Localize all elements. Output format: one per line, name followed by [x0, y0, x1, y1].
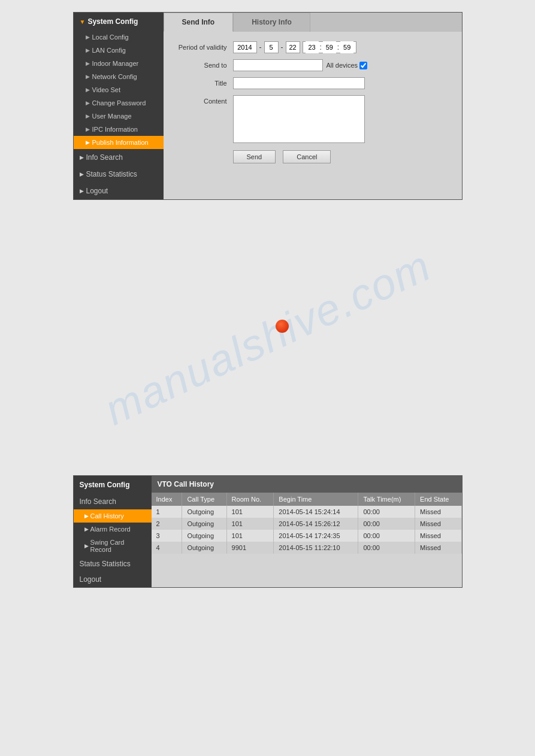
watermark-text: manualshive.com [97, 241, 439, 435]
hour-input[interactable] [306, 41, 319, 53]
year-input[interactable] [233, 41, 257, 53]
arrow-icon: ▶ [86, 139, 90, 145]
table-row: 4Outgoing99012014-05-15 11:22:1000:00Mis… [152, 542, 462, 554]
sidebar-item-label: IPC Information [92, 126, 138, 133]
sidebar-item-local-config[interactable]: ▶ Local Config [74, 31, 164, 44]
sidebar-item-lan-config[interactable]: ▶ LAN Config [74, 44, 164, 57]
content-row: Content [173, 95, 452, 143]
sidebar-item-label: Indoor Manager [92, 60, 139, 67]
col-header-room-no: Room No. [226, 493, 274, 506]
minute-input[interactable] [323, 41, 336, 53]
red-circle-icon [276, 320, 289, 333]
sidebar2-item-label: Swing Card Record [90, 539, 146, 553]
validity-inputs: - - : : [233, 41, 357, 53]
logout-label-2: Logout [80, 575, 102, 584]
all-devices-checkbox[interactable] [359, 62, 367, 69]
sidebar2-item-call-history[interactable]: ▶ Call History [74, 509, 152, 523]
cancel-button[interactable]: Cancel [283, 150, 331, 163]
panel-2: System Config Info Search ▶ Call History… [73, 475, 463, 588]
table-row: 2Outgoing1012014-05-14 15:26:1200:00Miss… [152, 518, 462, 530]
sidebar-status-statistics[interactable]: ▶ Status Statistics [74, 166, 164, 183]
arrow-icon: ▶ [84, 513, 89, 519]
send-to-row: Send to All devices [173, 59, 452, 71]
table-row: 1Outgoing1012014-05-14 15:24:1400:00Miss… [152, 506, 462, 518]
arrow-icon: ▶ [80, 188, 84, 194]
arrow-icon: ▶ [86, 100, 90, 106]
sidebar2-item-alarm-record[interactable]: ▶ Alarm Record [74, 523, 152, 536]
sidebar-item-label: Change Password [92, 99, 146, 107]
table-container: Index Call Type Room No. Begin Time Talk… [152, 493, 462, 554]
table-cell-call_type: Outgoing [182, 530, 226, 542]
watermark-area: manualshive.com [73, 224, 463, 451]
table-cell-begin_time: 2014-05-15 11:22:10 [274, 542, 358, 554]
send-button[interactable]: Send [233, 150, 276, 163]
sidebar-info-search[interactable]: ▶ Info Search [74, 149, 164, 166]
button-row: Send Cancel [173, 150, 452, 163]
title-label: Title [173, 80, 233, 87]
sidebar-item-label: User Manage [92, 113, 132, 120]
table-cell-talk_time: 00:00 [358, 530, 415, 542]
second-input[interactable] [340, 41, 353, 53]
sidebar-item-label: Video Set [92, 86, 121, 93]
status-statistics-label-2: Status Statistics [80, 560, 131, 568]
arrow-icon: ▶ [80, 154, 84, 160]
sidebar-item-ipc-information[interactable]: ▶ IPC Information [74, 123, 164, 136]
sidebar-item-network-config[interactable]: ▶ Network Config [74, 70, 164, 83]
period-row: Period of validity - - : : [173, 41, 452, 53]
table-cell-end_state: Missed [415, 506, 461, 518]
table-row: 3Outgoing1012014-05-14 17:24:3500:00Miss… [152, 530, 462, 542]
table-cell-begin_time: 2014-05-14 17:24:35 [274, 530, 358, 542]
system-config-label-2: System Config [80, 481, 130, 489]
sidebar-item-video-set[interactable]: ▶ Video Set [74, 83, 164, 96]
call-history-title: VTO Call History [152, 476, 462, 493]
main-area-2: VTO Call History Index Call Type Room No… [152, 476, 462, 587]
sidebar2-item-swing-card[interactable]: ▶ Swing Card Record [74, 536, 152, 556]
send-info-form: Period of validity - - : : [164, 32, 462, 173]
table-cell-index: 3 [152, 530, 182, 542]
content-textarea[interactable] [233, 95, 365, 143]
col-header-index: Index [152, 493, 182, 506]
content-label: Content [173, 95, 233, 105]
title-row: Title [173, 77, 452, 89]
dash-sep-1: - [259, 43, 262, 51]
sidebar-item-user-manage[interactable]: ▶ User Manage [74, 110, 164, 123]
info-search-label-2: Info Search [80, 497, 116, 506]
system-config-title-2[interactable]: System Config [74, 476, 152, 494]
info-search-label: Info Search [86, 153, 123, 162]
colon-2: : [337, 43, 339, 51]
arrow-icon: ▶ [86, 74, 90, 80]
sidebar-1: ▼ System Config ▶ Local Config ▶ LAN Con… [74, 13, 164, 199]
system-config-arrow: ▼ [80, 19, 86, 25]
sidebar-item-label: Local Config [92, 34, 129, 41]
sidebar2-info-search[interactable]: Info Search [74, 494, 152, 509]
table-cell-room_no: 101 [226, 506, 274, 518]
arrow-icon: ▶ [86, 126, 90, 132]
table-cell-begin_time: 2014-05-14 15:24:14 [274, 506, 358, 518]
month-input[interactable] [264, 41, 279, 53]
sidebar-item-label: Publish Information [92, 139, 149, 146]
tab-history-info[interactable]: History Info [233, 13, 310, 32]
day-input[interactable] [286, 41, 300, 53]
sidebar-logout[interactable]: ▶ Logout [74, 183, 164, 199]
send-to-fields: All devices [233, 59, 368, 71]
colon-1: : [320, 43, 322, 51]
table-cell-end_state: Missed [415, 542, 461, 554]
call-history-table: Index Call Type Room No. Begin Time Talk… [152, 493, 462, 554]
dash-sep-2: - [281, 43, 283, 51]
tab-send-info[interactable]: Send Info [164, 13, 234, 32]
arrow-icon: ▶ [86, 47, 90, 53]
sidebar-item-publish-information[interactable]: ▶ Publish Information [74, 136, 164, 149]
sidebar2-item-label: Alarm Record [90, 526, 131, 533]
arrow-icon: ▶ [84, 543, 89, 549]
main-area-1: Send Info History Info Period of validit… [164, 13, 462, 199]
sidebar2-logout[interactable]: Logout [74, 572, 152, 587]
sidebar-item-indoor-manager[interactable]: ▶ Indoor Manager [74, 57, 164, 70]
send-to-input[interactable] [233, 59, 323, 71]
table-cell-talk_time: 00:00 [358, 518, 415, 530]
title-input[interactable] [233, 77, 365, 89]
all-devices-label: All devices [327, 62, 368, 69]
sidebar-item-change-password[interactable]: ▶ Change Password [74, 96, 164, 110]
period-label: Period of validity [173, 44, 233, 51]
system-config-title[interactable]: ▼ System Config [74, 13, 164, 31]
sidebar2-status-statistics[interactable]: Status Statistics [74, 556, 152, 572]
